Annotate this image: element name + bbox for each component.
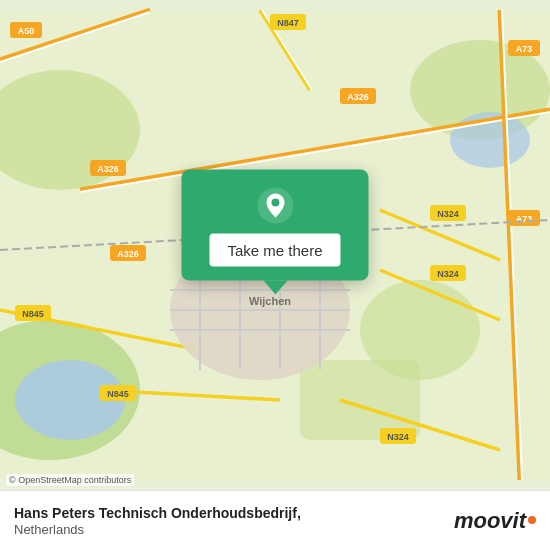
info-bar: Hans Peters Technisch Onderhoudsbedrijf,… [0,490,550,550]
map-container: A50 N847 A326 A326 A73 A73 N324 N324 [0,0,550,490]
svg-text:A326: A326 [347,92,369,102]
svg-text:N324: N324 [437,209,459,219]
business-info: Hans Peters Technisch Onderhoudsbedrijf,… [14,504,301,537]
moovit-logo: moovit [454,508,536,534]
app: A50 N847 A326 A326 A73 A73 N324 N324 [0,0,550,550]
moovit-dot [528,516,536,524]
business-country: Netherlands [14,522,301,537]
location-pin-icon [257,188,293,224]
svg-text:N324: N324 [437,269,459,279]
moovit-logo-text: moovit [454,508,526,534]
take-me-there-button[interactable]: Take me there [209,234,340,267]
svg-text:N324: N324 [387,432,409,442]
popup-card: Take me there [181,170,368,281]
svg-text:N845: N845 [107,389,129,399]
svg-text:N845: N845 [22,309,44,319]
business-name: Hans Peters Technisch Onderhoudsbedrijf, [14,504,301,522]
osm-attribution: © OpenStreetMap contributors [6,474,134,486]
svg-text:A50: A50 [18,26,35,36]
svg-text:Wijchen: Wijchen [249,295,291,307]
svg-text:A73: A73 [516,44,533,54]
svg-text:A326: A326 [97,164,119,174]
svg-text:N847: N847 [277,18,299,28]
svg-point-56 [271,199,279,207]
svg-text:A326: A326 [117,249,139,259]
